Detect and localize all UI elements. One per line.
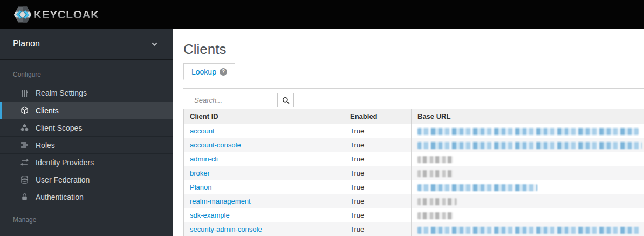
sidebar-item-identity-providers[interactable]: Identity Providers bbox=[0, 153, 173, 171]
client-id-link[interactable]: security-admin-console bbox=[190, 225, 262, 233]
enabled-cell: True bbox=[344, 166, 412, 180]
sidebar: Planon ConfigureRealm SettingsClientsCli… bbox=[0, 29, 173, 236]
cube-icon bbox=[20, 106, 30, 114]
sidebar-item-client-scopes[interactable]: Client Scopes bbox=[0, 119, 173, 136]
enabled-cell: True bbox=[344, 152, 412, 166]
list-icon bbox=[20, 141, 30, 149]
realm-name: Planon bbox=[13, 39, 40, 49]
cubes-icon bbox=[20, 124, 30, 132]
sidebar-item-authentication[interactable]: Authentication bbox=[0, 188, 173, 205]
search-icon bbox=[282, 97, 290, 104]
nav-section-label: Manage bbox=[0, 216, 173, 224]
enabled-cell: True bbox=[344, 138, 412, 152]
table-row: brokerTrue bbox=[184, 166, 644, 180]
sidebar-item-label: Clients bbox=[36, 106, 59, 115]
search-row bbox=[189, 93, 644, 107]
clients-table-body: accountTrueaccount-consoleTrueadmin-cliT… bbox=[184, 124, 644, 236]
sidebar-nav: ConfigureRealm SettingsClientsClient Sco… bbox=[0, 71, 173, 224]
base-url-redacted bbox=[417, 198, 457, 205]
table-row: accountTrue bbox=[184, 124, 644, 138]
enabled-cell: True bbox=[344, 222, 412, 236]
client-id-link[interactable]: account-console bbox=[190, 141, 241, 149]
sidebar-item-label: Identity Providers bbox=[36, 158, 94, 167]
question-circle-icon[interactable]: ? bbox=[220, 68, 227, 76]
keycloak-logo[interactable]: KEYCLOAK bbox=[13, 5, 99, 24]
table-row: realm-managementTrue bbox=[184, 194, 644, 208]
table-header-row: Client ID Enabled Base URL bbox=[184, 109, 644, 124]
enabled-cell: True bbox=[344, 194, 412, 208]
chevron-down-icon bbox=[150, 40, 159, 48]
sliders-icon bbox=[20, 89, 30, 97]
sidebar-item-user-federation[interactable]: User Federation bbox=[0, 171, 173, 188]
sidebar-item-clients[interactable]: Clients bbox=[0, 102, 173, 119]
tab-lookup[interactable]: Lookup ? bbox=[183, 63, 235, 80]
client-id-link[interactable]: Planon bbox=[190, 183, 211, 191]
top-bar: KEYCLOAK bbox=[0, 0, 644, 29]
table-row: account-consoleTrue bbox=[184, 138, 644, 152]
brand-text: KEYCLOAK bbox=[33, 8, 99, 21]
tab-label: Lookup bbox=[191, 68, 216, 76]
database-icon bbox=[20, 176, 30, 184]
table-row: security-admin-consoleTrue bbox=[184, 222, 644, 236]
tab-bar: Lookup ? bbox=[183, 63, 644, 79]
search-input[interactable] bbox=[189, 93, 278, 107]
keycloak-hexagon-icon bbox=[13, 5, 32, 24]
base-url-redacted[interactable] bbox=[417, 227, 640, 234]
sidebar-item-label: Roles bbox=[36, 141, 55, 150]
sidebar-item-realm-settings[interactable]: Realm Settings bbox=[0, 84, 173, 102]
nav-section-label: Configure bbox=[0, 71, 173, 78]
lock-icon bbox=[20, 193, 30, 201]
clients-table-container: Client ID Enabled Base URL accountTrueac… bbox=[183, 88, 644, 236]
sidebar-item-label: Authentication bbox=[36, 193, 84, 201]
base-url-redacted[interactable] bbox=[417, 184, 537, 191]
enabled-cell: True bbox=[344, 180, 412, 194]
enabled-cell: True bbox=[344, 208, 412, 222]
clients-table: Client ID Enabled Base URL accountTrueac… bbox=[183, 109, 644, 236]
base-url-redacted bbox=[417, 156, 453, 163]
table-row: sdk-exampleTrue bbox=[184, 208, 644, 222]
sidebar-item-roles[interactable]: Roles bbox=[0, 136, 173, 153]
base-url-redacted bbox=[417, 170, 453, 177]
main-content: Clients Lookup ? Client ID Enabled bbox=[173, 29, 644, 236]
column-header-enabled: Enabled bbox=[344, 109, 412, 124]
client-id-link[interactable]: account bbox=[190, 127, 215, 135]
sidebar-item-label: Client Scopes bbox=[36, 124, 82, 132]
column-header-client-id: Client ID bbox=[184, 109, 344, 124]
realm-selector[interactable]: Planon bbox=[0, 29, 173, 60]
sidebar-item-label: Realm Settings bbox=[36, 89, 87, 97]
column-header-base-url: Base URL bbox=[412, 109, 644, 124]
table-row: admin-cliTrue bbox=[184, 152, 644, 166]
base-url-redacted[interactable] bbox=[417, 128, 639, 135]
enabled-cell: True bbox=[344, 124, 412, 138]
client-id-link[interactable]: sdk-example bbox=[190, 211, 230, 219]
client-id-link[interactable]: admin-cli bbox=[190, 155, 218, 163]
client-id-link[interactable]: broker bbox=[190, 169, 210, 177]
client-id-link[interactable]: realm-management bbox=[190, 197, 251, 205]
page-title: Clients bbox=[183, 42, 644, 56]
exchange-icon bbox=[20, 158, 30, 166]
search-button[interactable] bbox=[277, 93, 294, 107]
sidebar-item-label: User Federation bbox=[36, 176, 90, 184]
table-row: PlanonTrue bbox=[184, 180, 644, 194]
base-url-redacted[interactable] bbox=[417, 142, 642, 149]
base-url-redacted bbox=[417, 212, 453, 219]
